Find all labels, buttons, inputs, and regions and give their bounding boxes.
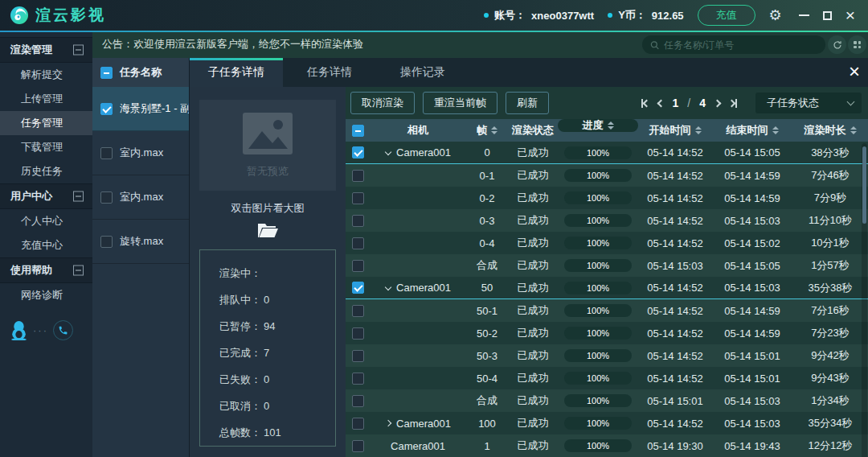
row-checkbox[interactable] [352, 440, 364, 452]
column-header[interactable]: 渲染状态 [508, 119, 558, 142]
task-checkbox[interactable] [100, 191, 113, 204]
grid-menu-icon[interactable] [848, 35, 866, 54]
task-row[interactable]: 室内.max [92, 131, 189, 175]
task-checkbox[interactable] [100, 236, 113, 248]
row-checkbox[interactable] [352, 215, 364, 227]
row-checkbox[interactable] [352, 373, 364, 385]
frame-value: 合成 [466, 258, 508, 273]
progress-label: 100% [564, 237, 632, 249]
expand-chevron-icon[interactable] [385, 284, 392, 291]
row-checkbox[interactable] [352, 170, 364, 182]
column-header[interactable]: 帧 [466, 119, 508, 142]
tab[interactable]: 操作记录 [376, 58, 469, 87]
select-all-tasks-checkbox[interactable] [100, 67, 113, 79]
toolbar-button[interactable]: 重渲当前帧 [423, 92, 497, 114]
table-row[interactable]: Camera001 0 已成功 100% 05-14 14:52 [346, 142, 868, 164]
column-header[interactable]: 开始时间 [638, 119, 712, 142]
panel-close-icon[interactable]: × [849, 60, 860, 83]
sidebar-item[interactable]: 个人中心 [0, 209, 92, 233]
column-header[interactable]: 渲染时长 [792, 119, 868, 142]
sort-arrows-icon[interactable] [695, 126, 702, 134]
task-row[interactable]: 室内.max [92, 175, 189, 220]
next-page-button[interactable] [714, 101, 720, 106]
open-folder-icon[interactable] [257, 222, 279, 239]
subtask-status-dropdown[interactable]: 子任务状态 [755, 93, 862, 113]
tab[interactable]: 任务详情 [283, 58, 376, 87]
toolbar-button[interactable]: 刷新 [506, 92, 549, 114]
table-row[interactable]: 50-3 已成功 100% 05-14 14:52 05-14 15:01 9分… [346, 344, 868, 367]
collapse-minus-icon[interactable] [73, 266, 84, 276]
search-input[interactable] [664, 39, 817, 51]
sidebar-item[interactable]: 使用帮助 [0, 257, 92, 283]
row-checkbox[interactable] [352, 327, 364, 340]
table-row[interactable]: 合成 已成功 100% 05-14 15:03 05-14 15:05 1分57… [346, 254, 868, 277]
row-checkbox[interactable] [352, 395, 364, 407]
row-checkbox[interactable] [352, 260, 364, 272]
render-status: 已成功 [508, 303, 558, 318]
table-row[interactable]: 50-4 已成功 100% 05-14 14:52 05-14 15:01 9分… [346, 367, 868, 389]
window-close-button[interactable]: × [845, 10, 855, 21]
first-page-button[interactable] [641, 99, 649, 108]
task-row[interactable]: 旋转.max [92, 220, 189, 264]
table-row[interactable]: Camera001 1 已成功 100% 05-14 19:30 [346, 434, 868, 457]
expand-chevron-icon[interactable] [385, 420, 392, 427]
sidebar-item[interactable]: 历史任务 [0, 159, 92, 183]
row-checkbox[interactable] [352, 146, 364, 159]
sort-arrows-icon[interactable] [491, 126, 497, 134]
expand-chevron-icon[interactable] [385, 149, 392, 156]
refresh-icon[interactable] [828, 35, 846, 54]
sort-arrows-icon[interactable] [850, 126, 857, 134]
row-checkbox[interactable] [352, 192, 364, 204]
collapse-minus-icon[interactable] [73, 45, 84, 56]
scrollbar-thumb[interactable] [862, 146, 866, 224]
minimize-button[interactable] [799, 14, 809, 16]
phone-icon[interactable] [53, 320, 73, 340]
sidebar-item[interactable]: 充值中心 [0, 233, 92, 257]
sidebar-item[interactable]: 上传管理 [0, 87, 92, 111]
sidebar-item[interactable]: 网络诊断 [0, 283, 92, 307]
table-row[interactable]: Camera001 50 已成功 100% 05-14 14:52 [346, 277, 868, 299]
sidebar-item[interactable]: 解析提交 [0, 63, 92, 87]
table-scrollbar[interactable] [862, 143, 867, 457]
row-checkbox[interactable] [352, 350, 364, 362]
start-time: 05-14 14:52 [638, 350, 712, 362]
table-row[interactable]: 合成 已成功 100% 05-14 15:01 05-14 15:03 1分34… [346, 389, 868, 412]
sidebar-item[interactable]: 下载管理 [0, 135, 92, 159]
recharge-button[interactable]: 充值 [698, 5, 755, 26]
progress-label: 100% [564, 259, 632, 272]
tab[interactable]: 子任务详情 [190, 58, 283, 87]
stat-label: 渲染中： [219, 266, 261, 281]
sidebar-item[interactable]: 任务管理 [0, 111, 92, 135]
table-row[interactable]: 50-1 已成功 100% 05-14 14:52 05-14 14:59 7分… [346, 299, 868, 322]
sidebar-item[interactable]: 用户中心 [0, 183, 92, 209]
table-row[interactable]: 0-1 已成功 100% 05-14 14:52 05-14 14:59 7分4… [346, 164, 868, 187]
sort-arrows-icon[interactable] [772, 126, 779, 134]
table-row[interactable]: 50-2 已成功 100% 05-14 14:52 05-14 14:59 7分… [346, 322, 868, 344]
start-time: 05-14 14:52 [638, 170, 712, 182]
column-header[interactable]: 结束时间 [712, 119, 792, 142]
row-checkbox[interactable] [352, 237, 364, 249]
maximize-button[interactable] [823, 11, 832, 20]
settings-gear-icon[interactable]: ⚙ [769, 6, 782, 24]
table-row[interactable]: 0-3 已成功 100% 05-14 14:52 05-14 15:03 11分… [346, 209, 868, 232]
announcement-bar: 公告：欢迎使用渲云新版客户端，给您不一样的渲染体验 [92, 31, 868, 58]
toolbar-button[interactable]: 取消渲染 [350, 92, 415, 114]
previous-page-button[interactable] [658, 101, 664, 106]
task-checkbox[interactable] [100, 103, 113, 115]
table-row[interactable]: 0-4 已成功 100% 05-14 14:52 05-14 15:02 10分… [346, 232, 868, 254]
row-checkbox[interactable] [352, 305, 364, 317]
row-checkbox[interactable] [352, 282, 364, 294]
last-page-button[interactable] [729, 99, 737, 108]
select-all-rows-checkbox[interactable] [352, 125, 364, 137]
collapse-minus-icon[interactable] [73, 191, 84, 202]
task-row[interactable]: 海景别墅-1 - 副本 [92, 87, 189, 131]
row-checkbox[interactable] [352, 418, 364, 430]
table-row[interactable]: Camera001 100 已成功 100% 05-14 14:52 [346, 412, 868, 434]
sidebar-item[interactable]: 渲染管理 [0, 37, 92, 63]
sort-arrows-icon[interactable] [608, 121, 614, 130]
column-header[interactable]: 进度 [558, 119, 638, 132]
qq-icon[interactable] [10, 320, 28, 340]
column-header[interactable]: 相机 [370, 119, 466, 142]
task-checkbox[interactable] [100, 147, 113, 159]
table-row[interactable]: 0-2 已成功 100% 05-14 14:52 05-14 14:59 7分9… [346, 187, 868, 209]
